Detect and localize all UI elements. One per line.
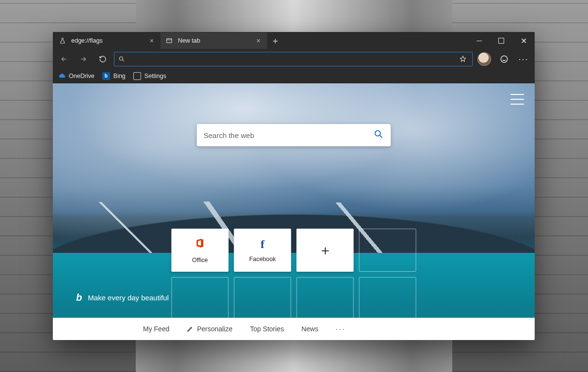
tab-label: New tab <box>178 37 200 44</box>
web-search-box[interactable] <box>197 124 391 146</box>
tagline-text: Make every day beautiful <box>88 294 169 302</box>
svg-rect-0 <box>167 39 172 43</box>
bing-tagline: b Make every day beautiful <box>76 292 169 303</box>
tile-placeholder[interactable] <box>359 277 416 320</box>
favorite-label: OneDrive <box>69 73 95 79</box>
search-icon[interactable] <box>373 129 384 141</box>
close-icon[interactable]: × <box>254 36 263 46</box>
feed-bar: My Feed Personalize Top Stories News ··· <box>53 318 535 340</box>
office-icon <box>194 237 206 252</box>
feed-news[interactable]: News <box>302 325 318 333</box>
tile-placeholder[interactable] <box>359 229 416 272</box>
web-search-input[interactable] <box>204 131 373 140</box>
tab-newtab[interactable]: New tab × <box>160 32 267 49</box>
feed-more-icon[interactable]: ··· <box>336 325 346 333</box>
svg-point-2 <box>501 56 508 62</box>
favorite-onedrive[interactable]: OneDrive <box>58 72 95 80</box>
favorites-bar: OneDrive b Bing Settings <box>53 69 535 83</box>
new-tab-button[interactable]: ＋ <box>267 32 284 49</box>
address-bar[interactable] <box>114 52 473 66</box>
favorite-star-icon[interactable] <box>458 55 468 63</box>
favorite-bing[interactable]: b Bing <box>102 72 126 80</box>
feed-personalize[interactable]: Personalize <box>187 325 232 333</box>
address-input[interactable] <box>125 56 458 63</box>
favorite-settings[interactable]: Settings <box>133 72 166 80</box>
onedrive-icon <box>58 72 65 80</box>
top-sites-row: Office f Facebook ＋ <box>172 229 416 272</box>
tile-placeholder[interactable] <box>234 277 291 320</box>
feedback-smiley-icon[interactable] <box>496 51 512 67</box>
feed-myfeed[interactable]: My Feed <box>143 325 169 333</box>
window-controls: ✕ <box>468 32 535 49</box>
tile-add[interactable]: ＋ <box>297 229 354 272</box>
newtab-icon <box>165 37 173 45</box>
search-icon <box>118 56 125 62</box>
page-icon <box>133 72 141 80</box>
pencil-icon <box>187 326 193 332</box>
browser-window: edge://flags × New tab × ＋ ✕ <box>53 32 535 340</box>
bing-icon: b <box>102 72 110 80</box>
tile-facebook[interactable]: f Facebook <box>234 229 291 272</box>
favorite-label: Settings <box>144 73 166 79</box>
close-icon[interactable]: × <box>147 36 157 46</box>
settings-more-icon[interactable]: ··· <box>515 51 532 67</box>
tile-placeholder[interactable] <box>172 277 229 320</box>
forward-button[interactable] <box>75 51 92 67</box>
minimize-button[interactable] <box>468 32 490 49</box>
tile-office[interactable]: Office <box>172 229 229 272</box>
facebook-icon: f <box>261 238 265 251</box>
tile-label: Office <box>192 257 207 264</box>
feed-label: Personalize <box>197 325 232 333</box>
tab-strip: edge://flags × New tab × ＋ ✕ <box>53 32 535 49</box>
maximize-button[interactable] <box>490 32 512 49</box>
back-button[interactable] <box>56 51 72 67</box>
profile-avatar[interactable] <box>477 52 491 66</box>
close-window-button[interactable]: ✕ <box>512 32 535 49</box>
flask-icon <box>59 37 66 45</box>
refresh-button[interactable] <box>95 51 111 67</box>
plus-icon: ＋ <box>318 241 332 260</box>
top-sites-row-2 <box>172 277 416 320</box>
favorite-label: Bing <box>113 73 126 79</box>
tile-label: Facebook <box>249 256 276 263</box>
bing-logo-icon: b <box>76 292 82 303</box>
tab-label: edge://flags <box>71 37 103 44</box>
svg-point-3 <box>375 131 381 136</box>
page-menu-button[interactable] <box>510 94 524 105</box>
svg-point-1 <box>119 57 123 60</box>
tab-flags[interactable]: edge://flags × <box>54 32 160 49</box>
feed-topstories[interactable]: Top Stories <box>250 325 284 333</box>
toolbar: ··· <box>53 49 535 69</box>
tile-placeholder[interactable] <box>297 277 354 320</box>
newtab-page: Office f Facebook ＋ b Make every day bea… <box>53 83 535 340</box>
